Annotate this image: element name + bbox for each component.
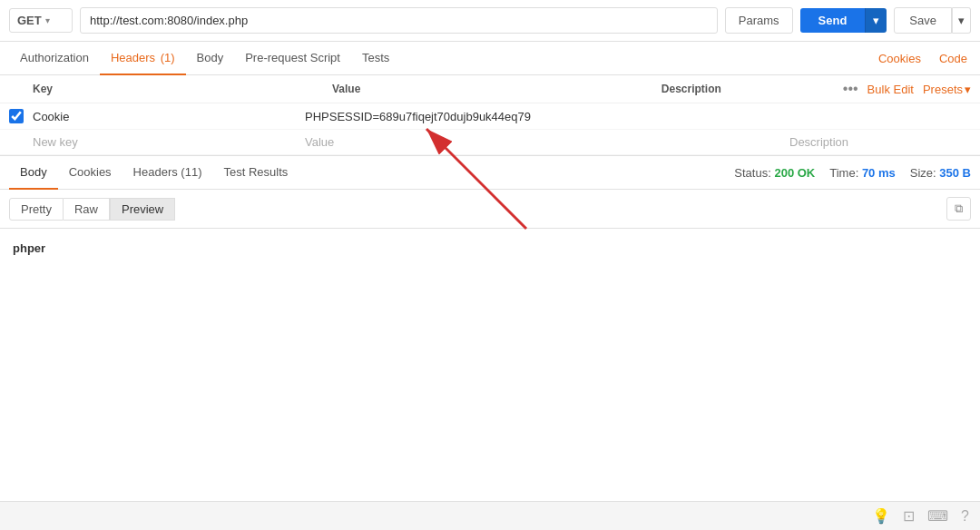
keyboard-icon[interactable]: ⌨ xyxy=(927,507,948,525)
cookies-link[interactable]: Cookies xyxy=(875,43,925,74)
save-button-group: Save ▾ xyxy=(894,7,971,34)
copy-button[interactable]: ⧉ xyxy=(946,197,971,221)
bulk-edit-button[interactable]: Bulk Edit xyxy=(867,83,914,96)
tab-authorization[interactable]: Authorization xyxy=(9,42,100,75)
tab-headers[interactable]: Headers (1) xyxy=(100,42,186,75)
tab-prerequest[interactable]: Pre-request Script xyxy=(234,42,351,75)
key-cell[interactable]: Cookie xyxy=(33,110,305,123)
new-key-input[interactable]: New key xyxy=(33,135,305,149)
url-input[interactable] xyxy=(80,7,718,34)
method-chevron-icon: ▾ xyxy=(45,15,50,25)
resp-tab-headers[interactable]: Headers (11) xyxy=(122,156,213,190)
time-value: 70 ms xyxy=(862,166,896,180)
table-row: Cookie PHPSESSID=689u7fiqejt70dujb9uk44e… xyxy=(0,103,980,130)
status-value: 200 OK xyxy=(774,166,815,180)
send-chevron-icon: ▾ xyxy=(873,14,879,27)
bottom-bar: 💡 ⊡ ⌨ ? xyxy=(0,501,980,530)
row-checkbox[interactable] xyxy=(9,109,24,123)
tab-body[interactable]: Body xyxy=(186,42,235,75)
time-label: Time: 70 ms xyxy=(829,166,896,180)
size-label: Size: 350 B xyxy=(910,166,971,180)
send-dropdown-button[interactable]: ▾ xyxy=(865,8,887,33)
save-dropdown-button[interactable]: ▾ xyxy=(952,7,971,34)
method-selector[interactable]: GET ▾ xyxy=(9,8,73,33)
col-actions: ••• Bulk Edit Presets ▾ xyxy=(843,81,971,97)
headers-section: Key Value Description ••• Bulk Edit Pres… xyxy=(0,75,980,156)
right-links: Cookies Code xyxy=(875,43,971,74)
save-button[interactable]: Save xyxy=(894,7,952,34)
headers-badge: (1) xyxy=(161,51,175,64)
resp-tab-body[interactable]: Body xyxy=(9,156,58,190)
new-header-row: New key Value Description xyxy=(0,130,980,155)
response-tabs: Body Cookies Headers (11) Test Results S… xyxy=(0,156,980,190)
params-button[interactable]: Params xyxy=(725,7,793,34)
response-text: phper xyxy=(13,241,45,255)
method-text: GET xyxy=(17,14,42,27)
top-bar: GET ▾ Params Send ▾ Save ▾ xyxy=(0,0,980,42)
send-button[interactable]: Send xyxy=(800,8,866,33)
resp-tab-cookies[interactable]: Cookies xyxy=(58,156,122,190)
headers-toolbar: Key Value Description ••• Bulk Edit Pres… xyxy=(0,75,980,103)
col-key-header: Key xyxy=(33,83,332,95)
code-link[interactable]: Code xyxy=(936,43,971,74)
lightbulb-icon[interactable]: 💡 xyxy=(872,507,890,525)
raw-button[interactable]: Raw xyxy=(64,198,110,221)
help-icon[interactable]: ? xyxy=(961,508,969,525)
layout-icon[interactable]: ⊡ xyxy=(903,507,915,525)
request-tabs: Authorization Headers (1) Body Pre-reque… xyxy=(0,42,980,75)
preview-button[interactable]: Preview xyxy=(110,198,175,221)
new-desc-input[interactable]: Description xyxy=(789,135,971,149)
response-view-bar: Pretty Raw Preview ⧉ xyxy=(0,190,980,229)
save-chevron-icon: ▾ xyxy=(958,14,965,27)
status-label: Status: 200 OK xyxy=(734,166,815,180)
size-value: 350 B xyxy=(939,166,971,180)
pretty-button[interactable]: Pretty xyxy=(9,198,64,221)
tab-tests[interactable]: Tests xyxy=(351,42,400,75)
resp-tab-testresults[interactable]: Test Results xyxy=(212,156,299,190)
send-button-group: Send ▾ xyxy=(800,8,887,33)
presets-button[interactable]: Presets ▾ xyxy=(923,83,971,96)
value-cell[interactable]: PHPSESSID=689u7fiqejt70dujb9uk44eq79 xyxy=(305,110,789,123)
response-content: phper xyxy=(0,229,980,501)
new-value-input[interactable]: Value xyxy=(305,135,789,149)
col-desc-header: Description xyxy=(662,83,843,95)
col-value-header: Value xyxy=(332,83,662,95)
more-options-icon[interactable]: ••• xyxy=(843,81,858,97)
response-status: Status: 200 OK Time: 70 ms Size: 350 B xyxy=(734,166,971,180)
